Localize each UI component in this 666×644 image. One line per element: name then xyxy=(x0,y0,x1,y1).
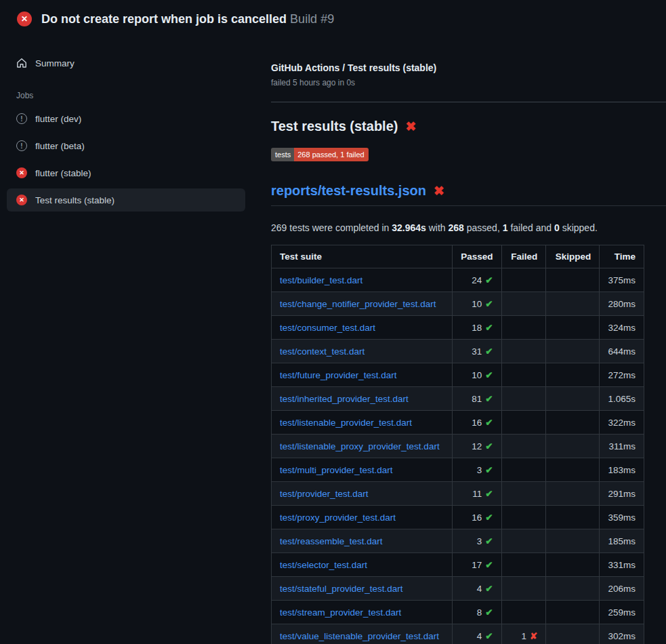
test-table-body: test/builder_test.dart24375mstest/change… xyxy=(272,268,644,644)
failed-cell xyxy=(501,458,546,482)
suite-link[interactable]: test/inherited_provider_test.dart xyxy=(280,394,409,404)
suite-link[interactable]: test/proxy_provider_test.dart xyxy=(280,512,396,523)
sidebar-item-job-2[interactable]: flutter (stable) xyxy=(7,161,245,184)
time-cell: 302ms xyxy=(600,624,644,644)
check-icon xyxy=(482,370,493,380)
suite-cell: test/listenable_proxy_provider_test.dart xyxy=(272,435,453,458)
time-cell: 206ms xyxy=(600,577,644,601)
suite-link[interactable]: test/provider_test.dart xyxy=(280,489,369,499)
check-icon xyxy=(482,536,493,546)
passed-cell: 31 xyxy=(453,340,501,363)
time-cell: 375ms xyxy=(600,268,644,292)
failed-cell xyxy=(501,292,546,316)
suite-link[interactable]: test/change_notifier_provider_test.dart xyxy=(280,299,436,309)
suite-link[interactable]: test/selector_test.dart xyxy=(280,560,367,570)
failed-cell xyxy=(501,601,546,624)
skipped-cell xyxy=(546,268,600,292)
failed-x-icon xyxy=(434,183,444,199)
failed-cell xyxy=(501,387,546,411)
sidebar-item-label: flutter (beta) xyxy=(35,141,85,151)
suite-link[interactable]: test/listenable_proxy_provider_test.dart xyxy=(280,441,440,451)
skipped-cell xyxy=(546,292,600,316)
suite-link[interactable]: test/reassemble_test.dart xyxy=(280,536,383,546)
table-row: test/reassemble_test.dart3185ms xyxy=(272,529,644,553)
passed-cell: 3 xyxy=(453,458,501,482)
suite-link[interactable]: test/stream_provider_test.dart xyxy=(280,607,401,618)
failed-cell xyxy=(501,553,546,577)
passed-cell: 4 xyxy=(453,624,501,644)
sidebar-item-job-0[interactable]: flutter (dev) xyxy=(7,107,245,130)
suite-link[interactable]: test/consumer_test.dart xyxy=(280,323,375,333)
check-icon xyxy=(482,465,493,475)
sidebar-item-label: Test results (stable) xyxy=(35,195,115,205)
check-icon xyxy=(482,346,493,357)
check-icon xyxy=(482,394,493,404)
failed-cell xyxy=(501,268,546,292)
report-link[interactable]: reports/test-results.json xyxy=(271,183,426,199)
failed-x-icon xyxy=(405,119,416,134)
suite-link[interactable]: test/value_listenable_provider_test.dart xyxy=(280,631,439,641)
summary-segment: skipped. xyxy=(560,222,598,233)
failed-status-icon xyxy=(17,12,32,26)
check-icon xyxy=(482,489,493,499)
summary-line: 269 tests were completed in 32.964s with… xyxy=(271,222,644,233)
badge-value: 268 passed, 1 failed xyxy=(294,148,368,161)
skipped-cell xyxy=(546,577,600,601)
tests-badge: tests 268 passed, 1 failed xyxy=(271,148,369,161)
skipped-cell xyxy=(546,482,600,506)
table-row: test/inherited_provider_test.dart811.065… xyxy=(272,387,644,411)
suite-link[interactable]: test/multi_provider_test.dart xyxy=(280,465,393,475)
suite-link[interactable]: test/builder_test.dart xyxy=(280,275,362,285)
time-cell: 183ms xyxy=(600,458,644,482)
failed-icon xyxy=(16,167,27,178)
suite-cell: test/inherited_provider_test.dart xyxy=(272,387,453,411)
skipped-cell xyxy=(546,553,600,577)
suite-cell: test/stream_provider_test.dart xyxy=(272,601,453,624)
skipped-cell xyxy=(546,506,600,529)
passed-cell: 17 xyxy=(453,553,501,577)
passed-cell: 11 xyxy=(453,482,501,506)
passed-cell: 10 xyxy=(453,363,501,387)
suite-cell: test/context_test.dart xyxy=(272,340,453,363)
passed-count: 16 xyxy=(472,512,482,523)
suite-link[interactable]: test/context_test.dart xyxy=(280,346,365,357)
cancelled-icon xyxy=(16,140,27,151)
suite-link[interactable]: test/future_provider_test.dart xyxy=(280,370,397,380)
passed-count: 31 xyxy=(472,346,482,357)
sidebar: Summary Jobs flutter (dev)flutter (beta)… xyxy=(0,38,260,216)
passed-cell: 16 xyxy=(453,411,501,435)
page-title: Do not create report when job is cancell… xyxy=(41,12,334,26)
sidebar-item-job-3[interactable]: Test results (stable) xyxy=(7,188,245,212)
passed-count: 16 xyxy=(472,418,482,428)
suite-link[interactable]: test/listenable_provider_test.dart xyxy=(280,418,412,428)
suite-cell: test/consumer_test.dart xyxy=(272,316,453,340)
failed-cell xyxy=(501,435,546,458)
suite-cell: test/stateful_provider_test.dart xyxy=(272,577,453,601)
suite-link[interactable]: test/stateful_provider_test.dart xyxy=(280,584,403,594)
summary-segment: failed and xyxy=(508,222,555,233)
passed-count: 81 xyxy=(472,394,482,404)
sidebar-item-label: flutter (dev) xyxy=(35,114,81,124)
check-icon xyxy=(482,275,493,285)
failed-count: 1 xyxy=(521,631,526,641)
table-row: test/stream_provider_test.dart8259ms xyxy=(272,601,644,624)
skipped-cell xyxy=(546,387,600,411)
failed-cell xyxy=(501,482,546,506)
jobs-list: flutter (dev)flutter (beta)flutter (stab… xyxy=(7,107,245,212)
table-header-row: Test suite Passed Failed Skipped Time xyxy=(272,245,644,268)
sidebar-item-summary[interactable]: Summary xyxy=(7,52,245,75)
breadcrumb: GitHub Actions / Test results (stable) xyxy=(271,62,644,73)
table-row: test/multi_provider_test.dart3183ms xyxy=(272,458,644,482)
failed-cell xyxy=(501,506,546,529)
check-icon xyxy=(482,323,493,333)
time-cell: 324ms xyxy=(600,316,644,340)
table-row: test/builder_test.dart24375ms xyxy=(272,268,644,292)
passed-cell: 8 xyxy=(453,601,501,624)
summary-segment: 0 xyxy=(554,222,560,233)
suite-cell: test/selector_test.dart xyxy=(272,553,453,577)
time-cell: 359ms xyxy=(600,506,644,529)
time-cell: 259ms xyxy=(600,601,644,624)
time-cell: 272ms xyxy=(600,363,644,387)
summary-segment: 269 tests were completed in xyxy=(271,222,392,233)
sidebar-item-job-1[interactable]: flutter (beta) xyxy=(7,134,245,157)
